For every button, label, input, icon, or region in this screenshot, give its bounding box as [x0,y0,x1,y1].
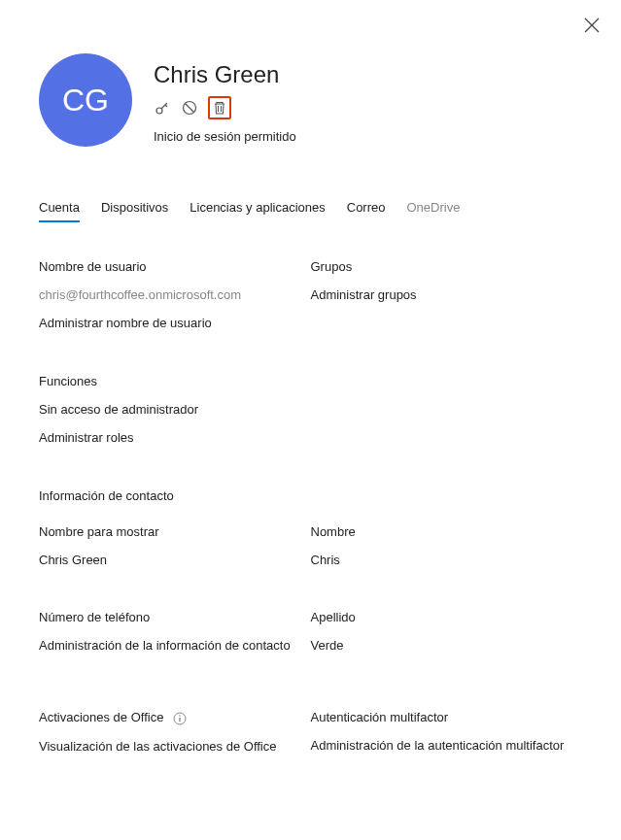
close-icon [584,17,600,33]
display-name-value: Chris Green [39,553,311,567]
tab-licenses[interactable]: Licencias y aplicaciones [190,200,325,222]
manage-contact-link[interactable]: Administración de la información de cont… [39,638,311,653]
last-name-label: Apellido [311,610,583,624]
close-button[interactable] [584,17,600,37]
tabs-navigation: Cuenta Dispositivos Licencias y aplicaci… [39,200,582,222]
trash-icon [212,100,227,116]
username-value: chris@fourthcoffee.onmicrosoft.com [39,287,311,302]
last-name-value: Verde [311,638,583,653]
info-icon[interactable] [173,712,187,725]
phone-label: Número de teléfono [39,610,311,624]
manage-mfa-link[interactable]: Administración de la autenticación multi… [311,738,583,753]
manage-groups-link[interactable]: Administrar grupos [311,287,583,302]
action-icons-row [154,96,296,119]
groups-label: Grupos [311,259,583,274]
manage-roles-link[interactable]: Administrar roles [39,430,311,445]
svg-rect-4 [179,718,180,722]
key-icon [154,99,171,117]
display-name-label: Nombre para mostrar [39,524,311,539]
tab-account[interactable]: Cuenta [39,200,80,222]
reset-password-button[interactable] [154,99,171,117]
view-activations-link[interactable]: Visualización de las activaciones de Off… [39,739,311,754]
account-content: Nombre de usuario chris@fourthcoffee.onm… [39,259,582,754]
office-activations-label: Activaciones de Office [39,710,311,725]
tab-mail[interactable]: Correo [347,200,386,222]
tab-onedrive[interactable]: OneDrive [407,200,461,222]
username-label: Nombre de usuario [39,259,311,274]
tab-devices[interactable]: Dispositivos [101,200,168,222]
first-name-value: Chris [311,553,583,567]
manage-username-link[interactable]: Administrar nombre de usuario [39,316,311,330]
svg-point-3 [179,715,181,717]
first-name-label: Nombre [311,524,583,539]
mfa-label: Autenticación multifactor [311,710,583,724]
header-info: Chris Green Inicio de sesión permit [154,53,296,144]
block-signin-button[interactable] [181,99,198,117]
signin-status: Inicio de sesión permitido [154,129,296,144]
user-name: Chris Green [154,61,296,88]
delete-user-button[interactable] [208,96,231,119]
avatar: CG [39,53,132,147]
block-icon [181,99,198,117]
contact-info-label: Información de contacto [39,488,582,503]
avatar-initials: CG [62,83,109,118]
roles-label: Funciones [39,374,311,388]
user-header: CG Chris Green Inicio de [39,53,582,147]
roles-value: Sin acceso de administrador [39,402,311,417]
